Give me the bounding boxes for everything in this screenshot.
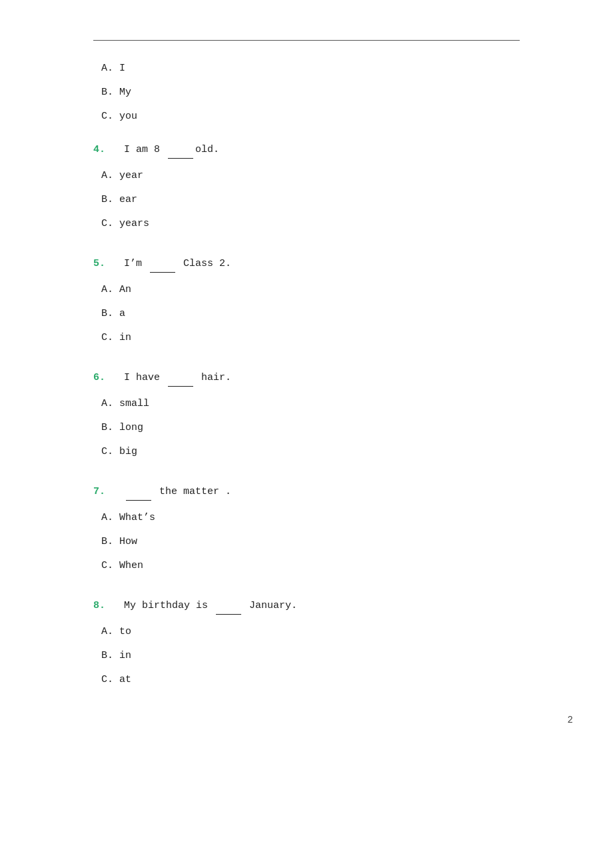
question-6-option-a: A. small: [101, 396, 520, 412]
page-container: A. I B. My C. you 4. I am 8 old. A. year…: [0, 0, 613, 752]
question-7-blank: [126, 484, 151, 501]
prev-option-a-text: I: [119, 63, 125, 74]
question-8-option-c: C. at: [101, 672, 520, 688]
prev-option-b-text: My: [119, 87, 131, 98]
question-4-option-c: C. years: [101, 216, 520, 232]
question-4-option-a: A. year: [101, 168, 520, 184]
question-4-blank: [168, 142, 193, 159]
prev-option-c-text: you: [119, 111, 137, 122]
question-6-text: I have hair.: [112, 370, 231, 387]
question-8-stem: 8. My birthday is January.: [93, 598, 520, 615]
question-6-options: A. small B. long C. big: [101, 396, 520, 465]
prev-option-a: A. I: [101, 61, 520, 77]
question-5-options: A. An B. a C. in: [101, 282, 520, 351]
question-6-option-b: B. long: [101, 420, 520, 436]
question-7-text: the matter .: [112, 484, 231, 501]
question-4-stem: 4. I am 8 old.: [93, 142, 520, 159]
question-5-number: 5.: [93, 256, 107, 272]
question-5: 5. I’m Class 2. A. An B. a C. in: [93, 256, 520, 351]
question-5-stem: 5. I’m Class 2.: [93, 256, 520, 273]
question-8-blank: [216, 598, 241, 615]
question-7-option-a: A. What’s: [101, 510, 520, 526]
question-4: 4. I am 8 old. A. year B. ear C. years: [93, 142, 520, 237]
question-5-option-c: C. in: [101, 330, 520, 346]
prev-question-options: A. I B. My C. you: [101, 61, 520, 130]
question-4-option-b: B. ear: [101, 192, 520, 208]
prev-option-b: B. My: [101, 85, 520, 101]
question-7-stem: 7. the matter .: [93, 484, 520, 501]
question-8-text: My birthday is January.: [112, 598, 297, 615]
question-8-option-a: A. to: [101, 624, 520, 640]
question-6-number: 6.: [93, 370, 107, 386]
question-7-option-b: B. How: [101, 534, 520, 550]
question-5-option-a: A. An: [101, 282, 520, 298]
question-7: 7. the matter . A. What’s B. How C. When: [93, 484, 520, 579]
prev-option-a-label: A.: [101, 63, 119, 74]
question-6-blank: [168, 370, 193, 387]
question-5-option-b: B. a: [101, 306, 520, 322]
question-8-option-b: B. in: [101, 648, 520, 664]
question-8-number: 8.: [93, 598, 107, 614]
question-6-option-c: C. big: [101, 444, 520, 460]
question-8: 8. My birthday is January. A. to B. in C…: [93, 598, 520, 693]
question-4-text: I am 8 old.: [112, 142, 219, 159]
question-6: 6. I have hair. A. small B. long C. big: [93, 370, 520, 465]
question-8-options: A. to B. in C. at: [101, 624, 520, 693]
question-6-stem: 6. I have hair.: [93, 370, 520, 387]
page-number: 2: [568, 715, 573, 725]
question-5-text: I’m Class 2.: [112, 256, 231, 273]
question-4-options: A. year B. ear C. years: [101, 168, 520, 237]
question-5-blank: [150, 256, 175, 273]
prev-option-c-label: C.: [101, 111, 119, 122]
prev-option-c: C. you: [101, 109, 520, 125]
top-divider: [93, 40, 520, 41]
question-7-option-c: C. When: [101, 558, 520, 574]
question-7-number: 7.: [93, 484, 107, 500]
question-7-options: A. What’s B. How C. When: [101, 510, 520, 579]
question-4-number: 4.: [93, 142, 107, 158]
prev-option-b-label: B.: [101, 87, 119, 98]
